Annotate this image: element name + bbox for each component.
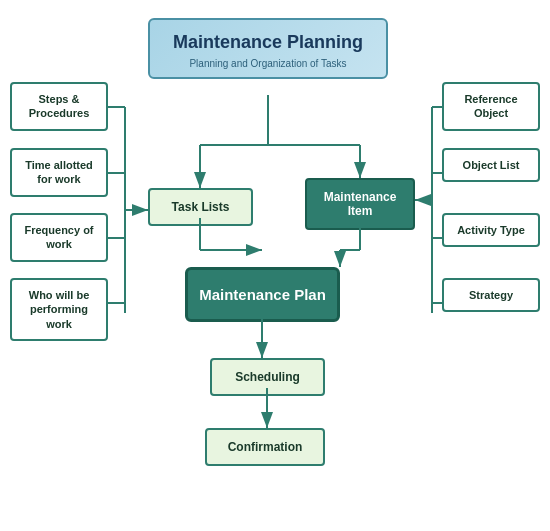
scheduling-box: Scheduling bbox=[210, 358, 325, 396]
right-box-reference-object: Reference Object bbox=[442, 82, 540, 131]
left-box-frequency-work: Frequency of work bbox=[10, 213, 108, 262]
subtitle: Planning and Organization of Tasks bbox=[160, 58, 376, 69]
task-lists-box: Task Lists bbox=[148, 188, 253, 226]
maintenance-plan-box: Maintenance Plan bbox=[185, 267, 340, 322]
left-box-steps-procedures: Steps & Procedures bbox=[10, 82, 108, 131]
confirmation-box: Confirmation bbox=[205, 428, 325, 466]
diagram-container: Maintenance Planning Planning and Organi… bbox=[0, 0, 550, 531]
right-box-activity-type: Activity Type bbox=[442, 213, 540, 247]
right-box-object-list: Object List bbox=[442, 148, 540, 182]
left-box-time-allotted: Time allotted for work bbox=[10, 148, 108, 197]
title-box: Maintenance Planning Planning and Organi… bbox=[148, 18, 388, 79]
right-box-strategy: Strategy bbox=[442, 278, 540, 312]
left-box-who-performing: Who will be performing work bbox=[10, 278, 108, 341]
main-title: Maintenance Planning bbox=[160, 32, 376, 54]
maintenance-item-box: Maintenance Item bbox=[305, 178, 415, 230]
